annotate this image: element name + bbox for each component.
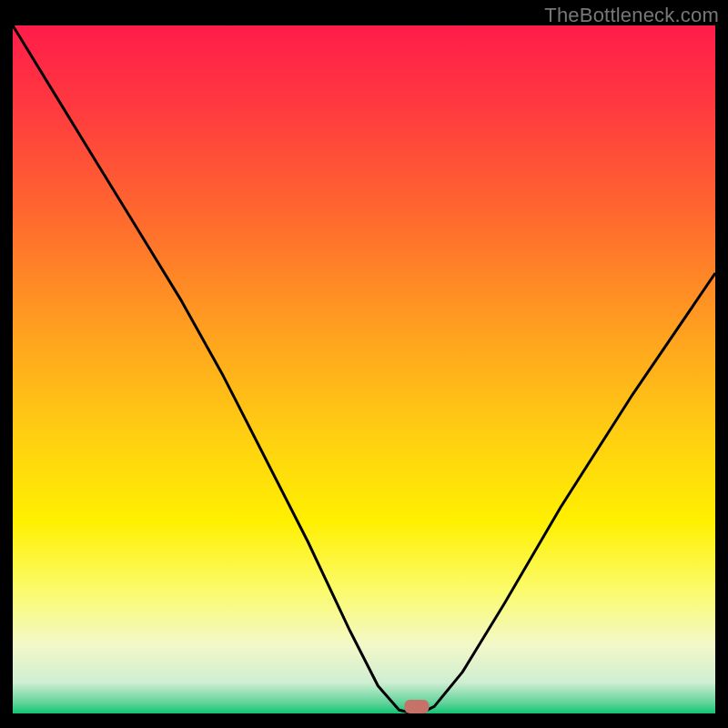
optimal-point-marker (404, 700, 429, 713)
plot-area (13, 25, 715, 713)
gradient-background (13, 25, 715, 713)
chart-svg (13, 25, 715, 713)
watermark-text: TheBottleneck.com (544, 4, 719, 27)
chart-frame: TheBottleneck.com (0, 0, 728, 728)
